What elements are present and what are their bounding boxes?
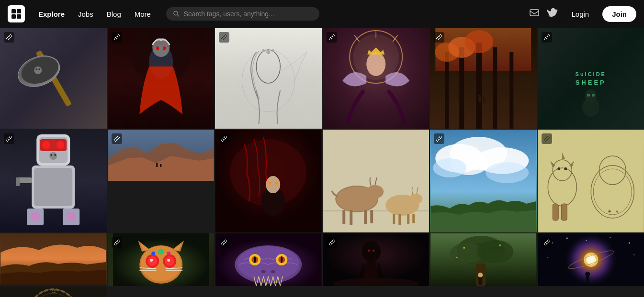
suicide-sheep-art: SuiCiDE SHEEP	[538, 28, 644, 129]
gallery-item-18[interactable]	[538, 233, 644, 286]
gallery-item-8-top[interactable]	[108, 130, 215, 181]
navigation: Explore Jobs Blog More Login Join	[0, 0, 644, 28]
svg-rect-41	[483, 98, 486, 103]
svg-point-142	[362, 241, 381, 262]
gallery-item-7[interactable]	[0, 130, 107, 232]
svg-point-49	[42, 141, 50, 149]
svg-rect-103	[553, 204, 558, 220]
svg-point-50	[56, 141, 64, 149]
mechanical-art: 12 6 9 3	[0, 287, 107, 297]
stack-icon-14	[112, 237, 122, 248]
messages-icon[interactable]	[529, 8, 540, 21]
svg-rect-81	[342, 210, 345, 224]
gallery-item-12[interactable]: ♠ ♥	[538, 130, 644, 232]
gallery-item-19[interactable]: 12 6 9 3	[0, 287, 107, 297]
gallery-item-5[interactable]	[430, 28, 537, 129]
nav-jobs[interactable]: Jobs	[72, 7, 99, 21]
logo[interactable]	[8, 5, 25, 22]
svg-point-23	[262, 49, 265, 52]
gallery-item-8-bottom[interactable]	[0, 233, 107, 285]
svg-point-157	[552, 242, 553, 243]
stack-icon-4	[327, 32, 337, 43]
svg-point-143	[368, 250, 370, 252]
svg-point-13	[38, 68, 40, 70]
gallery-item-2[interactable]	[108, 28, 215, 129]
svg-rect-40	[478, 95, 481, 102]
stack-icon-16	[327, 237, 337, 248]
svg-rect-34	[476, 43, 482, 129]
gallery-item-14[interactable]	[108, 233, 215, 286]
svg-point-119	[150, 259, 153, 262]
login-button[interactable]: Login	[565, 7, 595, 21]
svg-rect-67	[156, 163, 158, 167]
svg-point-52	[50, 154, 52, 156]
nav-explore[interactable]: Explore	[33, 7, 70, 21]
nav-blog[interactable]: Blog	[101, 7, 127, 21]
svg-point-131	[237, 246, 299, 281]
nav-more[interactable]: More	[129, 7, 157, 21]
gallery-item-3[interactable]	[215, 28, 322, 129]
gallery-item-17[interactable]	[430, 233, 537, 286]
svg-point-20	[256, 50, 280, 83]
stack-icon-5	[434, 32, 444, 43]
svg-point-138	[261, 270, 266, 273]
svg-point-144	[373, 250, 374, 252]
svg-point-18	[163, 46, 166, 50]
warrior-art	[108, 28, 215, 129]
search-input[interactable]	[184, 10, 313, 18]
svg-point-150	[477, 240, 513, 263]
svg-rect-2	[11, 14, 16, 19]
svg-rect-83	[364, 210, 367, 224]
svg-rect-87	[393, 214, 395, 224]
svg-line-5	[177, 15, 179, 17]
svg-point-73	[266, 176, 280, 193]
svg-point-158	[566, 238, 567, 239]
dark-figure-art	[323, 233, 429, 286]
gallery-item-4[interactable]	[323, 28, 429, 129]
stack-icon-11	[434, 133, 444, 144]
svg-point-53	[54, 154, 56, 156]
tree-art	[430, 233, 537, 286]
stack-icon-2	[112, 32, 122, 43]
svg-point-136	[254, 256, 256, 263]
svg-point-29	[366, 52, 385, 76]
forest-art	[430, 28, 537, 129]
svg-point-75	[275, 182, 278, 185]
gallery-item-10[interactable]	[323, 130, 429, 232]
gallery-item-9[interactable]	[215, 130, 322, 232]
svg-point-125	[158, 249, 164, 254]
stack-icon-15	[219, 237, 229, 248]
gallery-item-11[interactable]	[430, 130, 537, 232]
svg-rect-0	[11, 9, 16, 13]
svg-rect-32	[445, 52, 449, 129]
robot-art	[0, 130, 107, 232]
gallery-item-6[interactable]: SuiCiDE SHEEP	[538, 28, 644, 129]
twitter-icon[interactable]	[547, 8, 558, 21]
svg-rect-36	[509, 52, 513, 129]
svg-point-39	[464, 30, 493, 53]
svg-point-44	[587, 94, 590, 97]
gallery-item-1[interactable]	[0, 28, 107, 129]
svg-point-96	[433, 158, 466, 177]
stack-icon-12	[542, 133, 552, 144]
svg-point-102	[564, 167, 567, 170]
gallery-item-15[interactable]	[215, 233, 322, 286]
dragon-art	[215, 233, 322, 286]
desert-top-art	[108, 130, 215, 181]
svg-rect-33	[459, 47, 464, 129]
stack-icon-8	[112, 133, 122, 144]
angel-art	[323, 28, 429, 129]
search-bar[interactable]	[166, 7, 319, 21]
svg-point-162	[547, 257, 548, 258]
gallery-item-16[interactable]	[323, 233, 429, 286]
sky-art	[430, 130, 537, 232]
nav-links: Explore Jobs Blog More	[33, 7, 157, 21]
svg-text:♥: ♥	[616, 209, 619, 214]
svg-point-63	[66, 212, 76, 221]
join-button[interactable]: Join	[602, 6, 636, 22]
nav-right: Login Join	[529, 6, 636, 22]
axe-art	[0, 28, 107, 129]
svg-point-22	[271, 49, 274, 52]
stack-icon-9	[219, 133, 229, 144]
cat-art	[108, 233, 215, 286]
